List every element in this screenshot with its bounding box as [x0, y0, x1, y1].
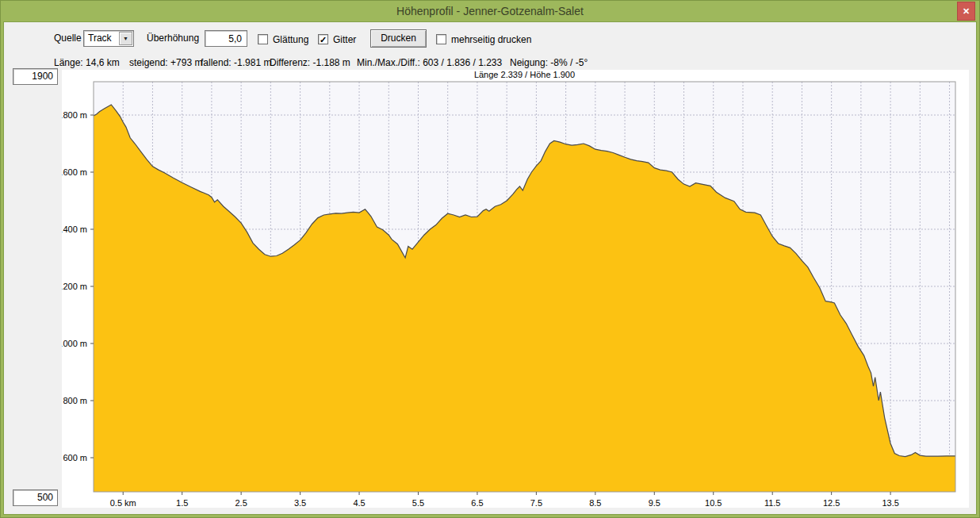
svg-text:1.400 m: 1.400 m	[62, 224, 87, 234]
chevron-down-icon[interactable]: ▼	[119, 32, 132, 45]
svg-text:Länge 2.339 / Höhe 1.900: Länge 2.339 / Höhe 1.900	[474, 70, 575, 79]
close-icon: ✕	[963, 6, 970, 16]
stat-fallend: fallend: -1.981 m	[201, 57, 271, 68]
svg-text:1.600 m: 1.600 m	[62, 167, 87, 177]
glaettung-checkbox[interactable]: Glättung	[258, 32, 308, 43]
glaettung-checkbox-label: Glättung	[273, 34, 308, 45]
mehrseitig-checkbox-label: mehrseitig drucken	[451, 34, 531, 45]
svg-text:600 m: 600 m	[63, 453, 87, 462]
stat-laenge: Länge: 14,6 km	[54, 57, 120, 68]
svg-text:1.5: 1.5	[176, 498, 188, 508]
elevation-chart[interactable]: 600 m800 m1.000 m1.200 m1.400 m1.600 m1.…	[62, 70, 969, 508]
svg-text:1.200 m: 1.200 m	[62, 282, 87, 291]
svg-text:5.5: 5.5	[412, 498, 424, 508]
svg-text:11.5: 11.5	[764, 498, 781, 508]
title-bar[interactable]: Höhenprofil - Jenner-Gotzenalm-Salet ✕	[0, 0, 980, 22]
scale-max-input[interactable]: 1900	[13, 68, 58, 85]
svg-text:7.5: 7.5	[530, 498, 542, 508]
mehrseitig-checkbox-box[interactable]	[436, 34, 446, 44]
stat-steigend: steigend: +793 m	[129, 57, 202, 68]
svg-text:10.5: 10.5	[705, 498, 722, 508]
window-title: Höhenprofil - Jenner-Gotzenalm-Salet	[396, 5, 584, 17]
ueberhoehung-label: Überhöhung	[147, 33, 199, 44]
elevation-chart-panel: 600 m800 m1.000 m1.200 m1.400 m1.600 m1.…	[62, 70, 969, 508]
drucken-button[interactable]: Drucken	[370, 29, 427, 48]
svg-text:8.5: 8.5	[589, 498, 601, 508]
ueberhoehung-input[interactable]	[205, 30, 247, 47]
close-button[interactable]: ✕	[957, 2, 975, 21]
quelle-dropdown[interactable]: Track ▼	[83, 30, 134, 47]
svg-text:9.5: 9.5	[649, 498, 660, 508]
quelle-dropdown-value: Track	[88, 33, 112, 44]
gitter-checkbox-label: Gitter	[333, 34, 356, 45]
quelle-label: Quelle	[54, 33, 82, 44]
svg-text:800 m: 800 m	[63, 396, 87, 405]
app-window: Höhenprofil - Jenner-Gotzenalm-Salet ✕ Q…	[0, 0, 980, 518]
svg-text:1.000 m: 1.000 m	[62, 339, 87, 348]
svg-text:0.5 km: 0.5 km	[110, 498, 136, 508]
gitter-checkbox[interactable]: ✓Gitter	[318, 32, 356, 43]
client-area: Quelle Track ▼ Überhöhung Glättung ✓Gitt…	[4, 22, 976, 514]
mehrseitig-checkbox[interactable]: mehrseitig drucken	[436, 32, 531, 43]
svg-text:2.5: 2.5	[235, 498, 247, 508]
stat-neigung: Neigung: -8% / -5°	[510, 57, 588, 68]
svg-text:13.5: 13.5	[882, 498, 898, 508]
svg-text:6.5: 6.5	[471, 498, 483, 508]
svg-text:12.5: 12.5	[823, 498, 840, 508]
stat-differenz: Differenz: -1.188 m	[270, 57, 350, 68]
svg-text:3.5: 3.5	[294, 498, 306, 508]
stat-minmax: Min./Max./Diff.: 603 / 1.836 / 1.233	[357, 57, 502, 68]
svg-text:4.5: 4.5	[353, 498, 365, 508]
glaettung-checkbox-box[interactable]	[258, 34, 268, 44]
gitter-checkbox-box[interactable]: ✓	[318, 34, 328, 44]
svg-text:1.800 m: 1.800 m	[62, 110, 87, 120]
scale-min-input[interactable]: 500	[13, 489, 58, 506]
